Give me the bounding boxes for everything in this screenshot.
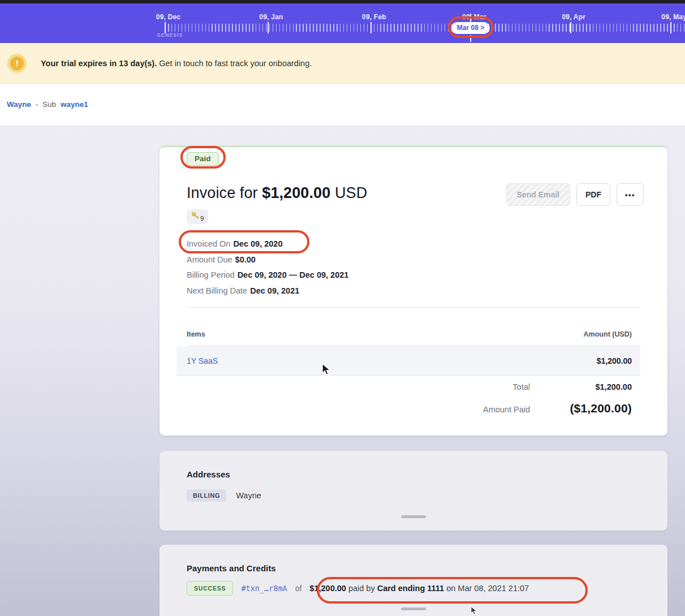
timeline-minor-tick [431,24,432,32]
timeline-minor-tick [519,24,520,32]
section-divider [187,307,640,308]
detail-label: Amount Due [187,255,232,264]
timeline-minor-tick [225,24,226,32]
timeline-minor-tick [441,24,442,32]
line-item-link[interactable]: 1Y SaaS [187,356,218,365]
timeline-minor-tick [515,24,516,32]
expand-handle[interactable] [401,515,426,518]
breadcrumb-separator: • [36,101,38,108]
timeline-minor-tick [542,24,544,32]
timeline-minor-tick [539,24,540,32]
timeline-minor-tick [583,24,584,32]
timeline-minor-tick [347,24,348,32]
timeline-minor-tick [326,24,328,32]
timeline-minor-tick [525,24,527,32]
timeline-minor-tick [667,24,668,32]
timeline-minor-tick [256,24,257,32]
timeline-minor-tick [684,24,685,32]
timeline-minor-tick [623,24,624,32]
timeline-month-label: 09, Mar [462,13,486,21]
timeline-minor-tick [438,24,439,32]
timeline-minor-tick [400,24,402,32]
trial-banner-text: Your trial expires in 13 day(s). Get in … [41,59,312,68]
timeline-minor-tick [303,24,304,32]
items-table-rows: 1Y SaaS$1,200.00 [176,346,640,376]
invoice-detail-row: Invoiced OnDec 09, 2020 [187,236,348,252]
invoice-amount: $1,200.00 [262,184,330,201]
timeline-minor-tick [502,24,503,32]
timeline-month-label: 09, May [661,13,685,21]
timeline-minor-tick [593,24,594,32]
invoice-card: Paid Invoice for $1,200.00 USD 9 Send Em… [160,146,667,436]
payment-entry: SUCCESS#txn_…r8mAof$1,200.00 paid by Car… [187,581,529,596]
trial-expiry-text: Your trial expires in 13 day(s). [41,59,157,68]
timeline-minor-tick [262,24,264,32]
time-machine-timeline[interactable]: 09, DecGENESIS09, Jan09, Feb09, Mar09, A… [0,3,685,43]
timeline-minor-tick [205,24,206,32]
timeline-minor-tick [640,24,641,32]
amount-paid-value: ($1,200.00) [530,402,632,415]
timeline-month-tick [670,22,671,33]
timeline-genesis-label: GENESIS [157,32,183,38]
timeline-minor-tick [657,24,658,32]
timeline-minor-tick [330,24,331,32]
addresses-title: Addresses [187,469,230,479]
payment-of-label: of [295,584,302,593]
invoice-detail-row: Amount Due$0.00 [187,252,348,268]
timeline-minor-tick [664,24,665,32]
timeline-minor-tick [505,24,506,32]
amount-paid-row: Amount Paid ($1,200.00) [372,402,632,415]
timeline-minor-tick [428,24,429,32]
timeline-minor-tick [320,24,321,32]
timeline-minor-tick [613,24,614,32]
key-icon [191,212,200,222]
timeline-minor-tick [397,24,398,32]
breadcrumb-customer-link[interactable]: Wayne [7,100,31,109]
timeline-minor-tick [448,24,449,32]
timeline-minor-tick [337,24,338,32]
detail-value: Dec 09, 2021 [250,286,299,295]
more-actions-button[interactable]: ••• [617,183,644,206]
timeline-minor-tick [259,24,260,32]
invoice-details: Invoiced OnDec 09, 2020Amount Due$0.00Bi… [187,236,348,299]
timeline-minor-tick [445,24,446,32]
timeline-minor-tick [603,24,604,32]
timeline-minor-tick [509,24,510,32]
breadcrumb-subscription-link[interactable]: wayne1 [61,100,88,109]
timeline-minor-tick [323,24,324,32]
timeline-minor-tick [630,24,631,32]
timeline-minor-tick [293,24,294,32]
key-badge[interactable]: 9 [187,209,208,224]
invoice-detail-row: Billing PeriodDec 09, 2020 — Dec 09, 202… [187,268,348,283]
pdf-button[interactable]: PDF [576,183,610,206]
timeline-minor-tick [404,24,405,32]
timeline-minor-tick [579,24,580,32]
timeline-minor-tick [283,24,284,32]
timeline-minor-tick [627,24,628,32]
timeline-minor-tick [252,24,253,32]
timeline-minor-tick [653,24,654,32]
timeline-minor-tick [340,24,341,32]
timeline-minor-tick [610,24,611,32]
expand-handle[interactable] [401,608,426,610]
invoice-detail-row: Next Billing DateDec 09, 2021 [187,283,348,299]
timeline-month-label: 09, Apr [562,13,585,21]
timeline-minor-tick [660,24,661,32]
timeline-date-pill[interactable]: Mar 08 > [451,22,490,34]
payment-description: $1,200.00 paid by Card ending 1111 on Ma… [309,584,529,593]
transaction-link[interactable]: #txn_…r8mA [241,584,287,593]
address-name: Wayne [236,491,261,500]
addresses-card: Addresses BILLINGWayne [160,451,667,531]
timeline-minor-tick [276,24,277,32]
invoice-title: Invoice for $1,200.00 USD [187,184,367,202]
detail-label: Billing Period [187,270,235,279]
invoice-actions: Send Email PDF ••• [506,183,644,206]
timeline-minor-tick [617,24,618,32]
timeline-minor-tick [185,24,186,32]
timeline-minor-tick [620,24,621,32]
timeline-minor-tick [532,24,533,32]
send-email-button[interactable]: Send Email [506,183,570,206]
timeline-minor-tick [286,24,287,32]
timeline-minor-tick [357,24,358,32]
timeline-minor-tick [316,24,317,32]
